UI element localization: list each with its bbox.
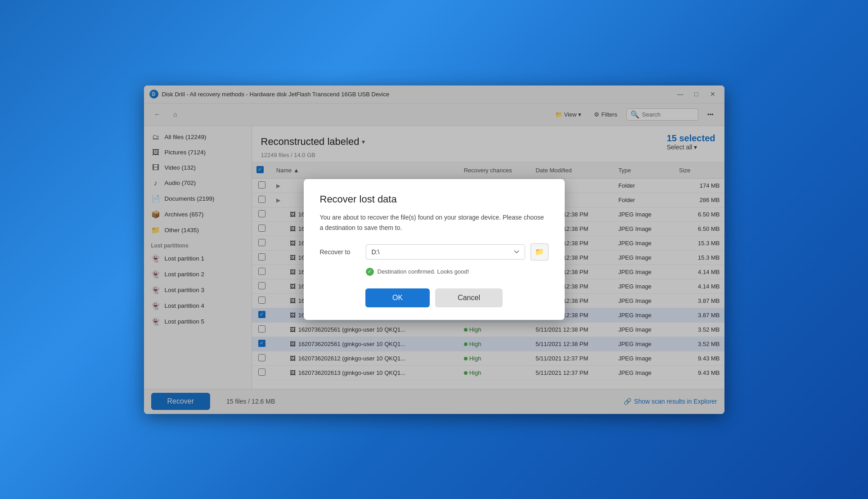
folder-icon: 📁 [535, 247, 544, 256]
check-icon: ✓ [366, 268, 374, 276]
modal-buttons: OK Cancel [320, 288, 549, 307]
cancel-button[interactable]: Cancel [435, 288, 503, 307]
recover-dialog: Recover lost data You are about to recov… [304, 179, 565, 320]
modal-overlay: Recover lost data You are about to recov… [144, 85, 724, 414]
modal-description: You are about to recover the file(s) fou… [320, 212, 549, 233]
browse-folder-button[interactable]: 📁 [531, 243, 549, 261]
destination-confirmed-row: ✓ Destination confirmed. Looks good! [366, 268, 549, 276]
main-window: D Disk Drill - All recovery methods - Ha… [144, 85, 724, 414]
recover-to-label: Recover to [320, 248, 360, 256]
modal-title: Recover lost data [320, 193, 549, 205]
ok-button[interactable]: OK [365, 288, 430, 307]
destination-select[interactable]: D:\ [366, 244, 525, 260]
recover-to-row: Recover to D:\ 📁 [320, 243, 549, 261]
destination-confirmed-label: Destination confirmed. Looks good! [378, 268, 469, 275]
